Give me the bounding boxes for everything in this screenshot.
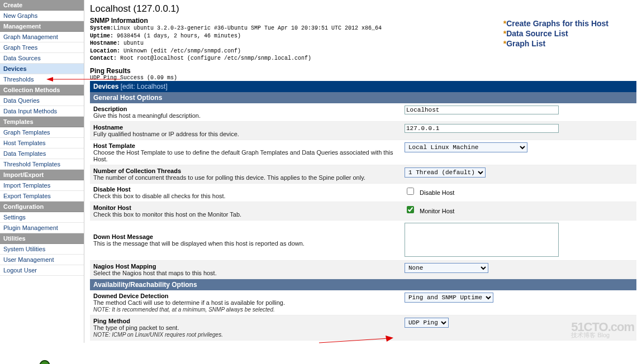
label-disable: Disable Host	[93, 186, 131, 193]
label-monitor: Monitor Host	[93, 204, 131, 211]
ping-result: UDP Ping Success (0.09 ms)	[90, 75, 636, 81]
link-create-graphs[interactable]: Create Graphs for this Host	[506, 19, 608, 28]
cactus-logo	[0, 343, 84, 365]
sidebar-item-plugin-management[interactable]: Plugin Management	[0, 223, 84, 233]
label-nagios: Nagios Host Mapping	[93, 263, 156, 270]
sidebar-item-data-sources[interactable]: Data Sources	[0, 53, 84, 64]
sidebar-item-graph-templates[interactable]: Graph Templates	[0, 127, 84, 138]
sidebar-item-graph-trees[interactable]: Graph Trees	[0, 42, 84, 53]
sidebar-item-data-templates[interactable]: Data Templates	[0, 149, 84, 159]
sidebar-header: Management	[0, 21, 84, 32]
sidebar-item-new-graphs[interactable]: New Graphs	[0, 11, 84, 21]
availability-bar: Availability/Reachability Options	[90, 279, 636, 290]
sidebar-header: Collection Methods	[0, 85, 84, 95]
sidebar-header: Utilities	[0, 233, 84, 244]
checkbox-monitor-host[interactable]	[407, 206, 414, 213]
link-graph-list[interactable]: Graph List	[506, 39, 545, 48]
select-detection[interactable]: Ping and SNMP Uptime	[405, 293, 493, 303]
sidebar-header: Templates	[0, 117, 84, 127]
select-threads[interactable]: 1 Thread (default)	[405, 167, 486, 178]
sidebar-item-logout-user[interactable]: Logout User	[0, 265, 84, 276]
checkbox-disable-host[interactable]	[407, 188, 414, 195]
sidebar-header: Import/Export	[0, 170, 84, 180]
sidebar-item-threshold-templates[interactable]: Threshold Templates	[0, 159, 84, 170]
sidebar-item-export-templates[interactable]: Export Templates	[0, 191, 84, 202]
sidebar-item-data-queries[interactable]: Data Queries	[0, 95, 84, 106]
sidebar-header: Create	[0, 0, 84, 11]
sidebar-item-data-input-methods[interactable]: Data Input Methods	[0, 106, 84, 117]
label-hostname: Hostname	[93, 124, 123, 131]
ping-heading: Ping Results	[90, 67, 636, 75]
label-downmsg: Down Host Message	[93, 233, 153, 240]
sidebar-header: Configuration	[0, 202, 84, 212]
select-nagios-mapping[interactable]: None	[405, 263, 488, 273]
sidebar-item-settings[interactable]: Settings	[0, 212, 84, 223]
link-data-source-list[interactable]: Data Source List	[506, 29, 568, 38]
label-threads: Number of Collection Threads	[93, 167, 181, 174]
input-hostname[interactable]	[405, 124, 559, 133]
label-ping-method: Ping Method	[93, 318, 130, 324]
sidebar-item-user-management[interactable]: User Management	[0, 255, 84, 265]
sidebar-item-host-templates[interactable]: Host Templates	[0, 138, 84, 149]
label-template: Host Template	[93, 142, 135, 149]
select-ping-method[interactable]: UDP Ping	[405, 318, 449, 328]
textarea-down-message[interactable]	[405, 223, 559, 257]
watermark: 51CTO.com 技术博客 Blog	[571, 322, 634, 338]
sidebar-item-devices[interactable]: Devices	[0, 64, 84, 74]
label-detection: Downed Device Detection	[93, 293, 168, 299]
devices-section-bar: Devices [edit: Localhost]	[90, 81, 636, 92]
label-description: Description	[93, 106, 127, 112]
sidebar-item-thresholds[interactable]: Thresholds	[0, 74, 84, 85]
select-host-template[interactable]: Local Linux Machine	[405, 142, 527, 152]
sidebar-item-graph-management[interactable]: Graph Management	[0, 32, 84, 42]
sidebar-item-import-templates[interactable]: Import Templates	[0, 180, 84, 191]
sidebar-item-system-utilities[interactable]: System Utilities	[0, 244, 84, 255]
host-title: Localhost (127.0.0.1)	[90, 3, 636, 15]
host-action-links: *Create Graphs for this Host *Data Sourc…	[503, 19, 608, 49]
general-options-bar: General Host Options	[90, 92, 636, 103]
input-description[interactable]	[405, 106, 559, 114]
